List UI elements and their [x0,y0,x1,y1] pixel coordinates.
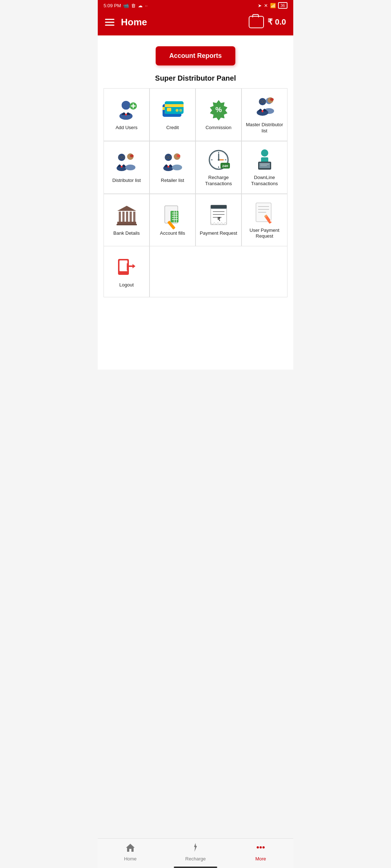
panel-title: Super Distributor Panel [104,74,287,82]
grid-item-payment-request[interactable]: ₹ Payment Request [196,194,241,246]
grid-item-logout[interactable]: Logout [104,246,149,297]
grid-item-downline-transactions[interactable]: DownLine Transactions [242,141,287,193]
commission-icon: % [207,98,230,121]
grid-item-distributor[interactable]: Distributor list [104,141,149,193]
location-icon: ➤ [258,3,262,8]
grid-item-master-distributor[interactable]: Master Distributor list [242,89,287,141]
svg-rect-71 [133,212,135,222]
wallet-icon [249,16,264,28]
grid-item-recharge-transactions[interactable]: 24H Recharge Transactions [196,141,241,193]
empty-fill [150,246,287,297]
bank-icon [115,204,138,227]
retailer-icon [161,151,184,174]
wifi-icon: 📶 [270,3,276,8]
account-reports-button[interactable]: Account Reports [156,46,235,65]
grid-item-account-fills[interactable]: Account fills [150,194,195,246]
credit-icon [161,98,184,121]
svg-rect-13 [167,108,171,111]
grid-item-credit[interactable]: Credit [150,89,195,141]
trash-icon: 🗑 [131,3,136,8]
main-grid: Add Users Cred [104,88,287,246]
account-fills-label: Account fills [160,230,185,237]
video-icon: 📹 [123,3,129,8]
svg-point-2 [122,101,130,110]
cloud-icon: ☁ [138,3,143,8]
svg-rect-98 [119,260,127,271]
svg-point-15 [179,109,182,112]
commission-label: Commission [206,125,232,131]
battery-icon: 36 [278,2,287,9]
status-right: ➤ ✕ 📶 36 [258,2,287,9]
user-payment-request-label: User Payment Request [245,227,284,240]
svg-point-60 [261,149,268,157]
svg-point-53 [218,159,219,161]
svg-rect-69 [126,212,128,222]
credit-label: Credit [166,125,179,131]
svg-point-47 [172,165,182,170]
status-bar: 5:09 PM 📹 🗑 ☁ ·· ➤ ✕ 📶 36 [98,0,293,11]
user-payment-request-icon [253,201,276,224]
svg-point-30 [270,98,274,101]
grid-item-retailer[interactable]: Retailer list [150,141,195,193]
svg-rect-11 [165,101,184,114]
dots-icon: ·· [145,3,147,8]
page-title: Home [121,17,147,28]
app-header: Home ₹ 0.0 [98,11,293,35]
header-left: Home [105,17,147,28]
grid-item-bank-details[interactable]: Bank Details [104,194,149,246]
recharge-transactions-icon: 24H [207,148,230,171]
grid-item-add-users[interactable]: Add Users [104,89,149,141]
master-distributor-icon [253,95,276,118]
grid-item-user-payment-request[interactable]: User Payment Request [242,194,287,246]
svg-rect-75 [171,211,178,222]
recharge-transactions-label: Recharge Transactions [199,175,238,187]
svg-point-48 [177,154,180,157]
payment-request-icon: ₹ [207,204,230,227]
balance-display: ₹ 0.0 [268,17,286,27]
svg-rect-67 [119,212,121,222]
header-right: ₹ 0.0 [249,16,286,28]
account-fills-icon [161,204,184,227]
svg-rect-70 [130,212,132,222]
spacer [104,297,287,370]
master-distributor-label: Master Distributor list [245,122,284,134]
svg-rect-68 [122,212,125,222]
time: 5:09 PM [104,3,121,8]
svg-point-14 [176,109,178,112]
distributor-icon [115,151,138,174]
hamburger-menu[interactable] [105,19,114,26]
downline-transactions-label: DownLine Transactions [245,175,284,187]
svg-point-38 [125,165,135,170]
downline-transactions-icon [253,148,276,171]
svg-rect-85 [211,205,227,209]
svg-marker-66 [117,206,136,211]
svg-rect-73 [117,224,137,225]
add-users-label: Add Users [115,125,138,131]
svg-point-39 [130,154,134,157]
main-content: Account Reports Super Distributor Panel [98,35,293,370]
svg-rect-72 [117,222,136,224]
svg-text:₹: ₹ [217,216,220,222]
logout-icon [115,255,138,278]
close-icon: ✕ [264,3,268,8]
svg-marker-99 [133,264,135,268]
retailer-label: Retailer list [161,178,184,184]
bottom-spacer [98,370,293,399]
bank-details-label: Bank Details [113,230,140,237]
grid-item-commission[interactable]: % Commission [196,89,241,141]
payment-request-label: Payment Request [200,230,237,237]
status-left: 5:09 PM 📹 🗑 ☁ ·· [104,3,148,8]
svg-text:24H: 24H [222,164,228,168]
last-row: Logout [104,246,287,297]
add-users-icon [115,98,138,121]
svg-text:%: % [215,106,222,114]
svg-rect-12 [165,104,184,107]
logout-label: Logout [119,282,134,288]
distributor-label: Distributor list [112,178,141,184]
